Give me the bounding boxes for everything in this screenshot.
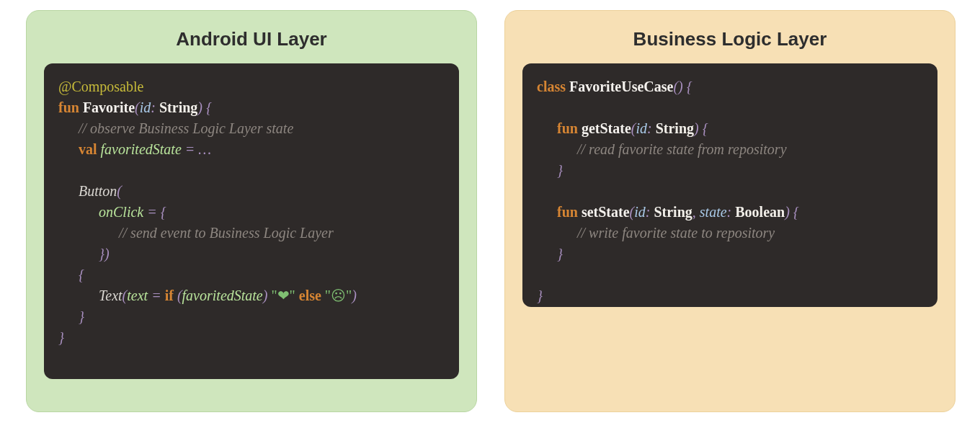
set-open: { [790, 204, 799, 220]
cls-favoriteusecase: FavoriteUseCase [569, 79, 673, 94]
fn-close: } [58, 329, 64, 345]
panel-title-ui: Android UI Layer [27, 11, 476, 63]
txt-rparen: ) [352, 288, 357, 303]
ellipsis: … [198, 141, 211, 157]
lbrace: { [202, 99, 212, 115]
cond-var: favoritedState [182, 288, 263, 303]
panel-ui-layer: Android UI Layer @Composable fun Favorit… [26, 10, 477, 412]
cls-close: } [537, 288, 543, 303]
comment-send: // send event to Business Logic Layer [119, 225, 334, 241]
code-logic: class FavoriteUseCase() { fun getState(i… [537, 76, 923, 306]
type-string: String [159, 99, 197, 115]
set-colon2: : [727, 204, 736, 220]
get-rparen: ) [694, 120, 699, 136]
str-heart: "❤" [271, 288, 295, 303]
assign-lambda: = { [143, 204, 166, 220]
call-button: Button [79, 183, 117, 199]
call-text: Text [99, 288, 122, 303]
kw-if: if [165, 288, 174, 303]
get-type-string: String [656, 120, 694, 136]
panel-title-logic: Business Logic Layer [505, 11, 955, 63]
code-ui: @Composable fun Favorite(id: String) { /… [58, 76, 445, 348]
cls-open: { [683, 79, 692, 94]
lparen: ( [135, 99, 140, 115]
str-sad: "☹" [325, 288, 352, 303]
prop-text: text [127, 288, 148, 303]
set-rparen: ) [785, 204, 790, 220]
get-colon: : [647, 120, 656, 136]
get-close: } [557, 162, 563, 178]
fn-favorite: Favorite [83, 99, 135, 115]
set-comma: , [692, 204, 700, 220]
annotation-composable: @Composable [58, 79, 143, 94]
set-param-id: id [634, 204, 646, 220]
cond-open: ( [174, 288, 182, 303]
comment-observe: // observe Business Logic Layer state [79, 120, 293, 136]
rparen: ) [197, 99, 202, 115]
code-block-ui: @Composable fun Favorite(id: String) { /… [44, 63, 459, 379]
set-colon1: : [646, 204, 654, 220]
set-type-bool: Boolean [735, 204, 785, 220]
content-open: { [79, 267, 84, 282]
btn-rparen: ) [104, 246, 110, 262]
colon: : [151, 99, 159, 115]
btn-lparen: ( [117, 183, 122, 199]
fn-getstate: getState [582, 120, 631, 136]
kw-class: class [537, 79, 566, 94]
equals: = [182, 141, 199, 157]
prop-onclick: onClick [99, 204, 143, 220]
set-param-state: state [700, 204, 727, 220]
txt-eq: = [148, 288, 165, 303]
content-close: } [79, 308, 84, 324]
diagram-stage: Android UI Layer @Composable fun Favorit… [0, 0, 980, 423]
panel-logic-layer: Business Logic Layer class FavoriteUseCa… [504, 10, 956, 412]
param-id: id [140, 99, 151, 115]
cls-parens: () [673, 79, 682, 94]
var-favorited: favoritedState [101, 141, 182, 157]
get-open: { [699, 120, 708, 136]
comment-write: // write favorite state to repository [577, 225, 775, 241]
kw-val: val [79, 141, 97, 157]
get-param-id: id [636, 120, 647, 136]
kw-fun-set: fun [557, 204, 578, 220]
kw-fun-get: fun [557, 120, 578, 136]
comment-read: // read favorite state from repository [577, 141, 787, 157]
set-type-string: String [654, 204, 692, 220]
code-block-logic: class FavoriteUseCase() { fun getState(i… [522, 63, 937, 307]
fn-setstate: setState [582, 204, 630, 220]
kw-else: else [299, 288, 321, 303]
close-lambda: } [99, 246, 104, 262]
cond-close: ) [263, 288, 272, 303]
set-close: } [557, 246, 563, 262]
kw-fun: fun [58, 99, 79, 115]
